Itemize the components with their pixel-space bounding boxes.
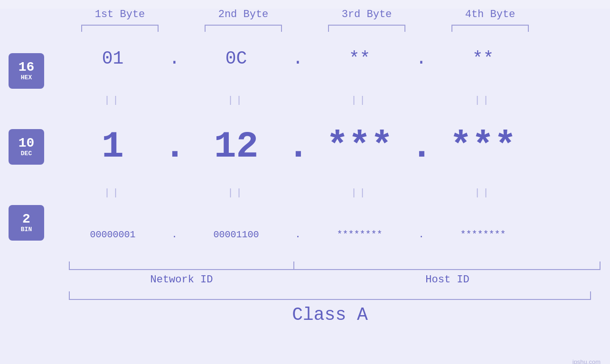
badge-column: 16 HEX 10 DEC 2 BIN — [0, 33, 62, 261]
byte-1-label: 1st Byte — [69, 9, 171, 20]
page-container: 1st Byte 2nd Byte 3rd Byte — [0, 9, 610, 364]
byte-col-3: 3rd Byte — [316, 9, 418, 33]
bin-byte4: ******** — [432, 229, 534, 240]
sep2-byte4: || — [432, 187, 534, 198]
bin-dot3: . — [411, 229, 432, 240]
dec-dot3: . — [411, 136, 432, 158]
class-label: Class A — [69, 305, 591, 325]
dec-dot1: . — [164, 136, 185, 158]
hex-dot3: . — [411, 48, 432, 69]
byte-4-label: 4th Byte — [439, 9, 541, 20]
bin-byte3: ******** — [309, 229, 411, 240]
bin-badge-label: BIN — [21, 226, 32, 233]
sep1-byte3: || — [309, 95, 411, 106]
byte-col-4: 4th Byte — [439, 9, 541, 33]
dec-byte3: *** — [309, 126, 411, 168]
dec-badge-number: 10 — [19, 137, 35, 150]
bottom-area: Network ID Host ID Class A — [69, 261, 601, 325]
byte-headers-row: 1st Byte 2nd Byte 3rd Byte — [69, 9, 610, 33]
hex-byte2: 0C — [185, 48, 287, 69]
dec-badge: 10 DEC — [9, 129, 44, 165]
hex-row: 01 . 0C . ** . ** — [62, 39, 610, 77]
id-labels: Network ID Host ID — [69, 274, 601, 286]
value-grid: 01 . 0C . ** . ** || || || || 1 . — [62, 33, 610, 261]
dec-row: 1 . 12 . *** . *** — [62, 123, 610, 170]
network-id-label: Network ID — [69, 274, 294, 286]
hex-badge-label: HEX — [21, 74, 32, 81]
sep1-byte2: || — [185, 95, 287, 106]
bin-byte1: 00000001 — [62, 229, 164, 240]
sep1-byte1: || — [62, 95, 164, 106]
bottom-brackets — [69, 261, 601, 270]
byte-2-label: 2nd Byte — [192, 9, 294, 20]
bin-dot2: . — [287, 229, 309, 240]
main-grid: 16 HEX 10 DEC 2 BIN 01 . 0C . ** . ** — [0, 33, 610, 261]
hex-byte3: ** — [309, 48, 411, 69]
hex-badge: 16 HEX — [9, 53, 44, 89]
sep2-byte2: || — [185, 187, 287, 198]
byte-3-label: 3rd Byte — [316, 9, 418, 20]
dec-badge-label: DEC — [21, 150, 32, 157]
dec-byte1: 1 — [62, 126, 164, 168]
sep-row-1: || || || || — [62, 91, 610, 109]
dec-byte4: *** — [432, 126, 534, 168]
hex-dot1: . — [164, 48, 185, 69]
hex-byte4: ** — [432, 48, 534, 69]
bin-byte2: 00001100 — [185, 229, 287, 240]
dec-byte2: 12 — [185, 126, 287, 168]
bin-badge: 2 BIN — [9, 205, 44, 241]
bin-badge-number: 2 — [22, 213, 30, 226]
class-bracket — [69, 291, 591, 300]
watermark: ipshu.com — [572, 358, 601, 364]
host-bracket — [294, 261, 601, 270]
network-bracket — [69, 261, 294, 270]
bin-dot1: . — [164, 229, 185, 240]
dec-dot2: . — [287, 136, 309, 158]
bin-row: 00000001 . 00001100 . ******** . *******… — [62, 216, 610, 254]
sep1-byte4: || — [432, 95, 534, 106]
hex-byte1: 01 — [62, 48, 164, 69]
host-id-label: Host ID — [294, 274, 601, 286]
sep2-byte3: || — [309, 187, 411, 198]
sep-row-2: || || || || — [62, 184, 610, 202]
sep2-byte1: || — [62, 187, 164, 198]
byte-col-2: 2nd Byte — [192, 9, 294, 33]
byte-col-1: 1st Byte — [69, 9, 171, 33]
hex-badge-number: 16 — [19, 61, 35, 74]
hex-dot2: . — [287, 48, 309, 69]
